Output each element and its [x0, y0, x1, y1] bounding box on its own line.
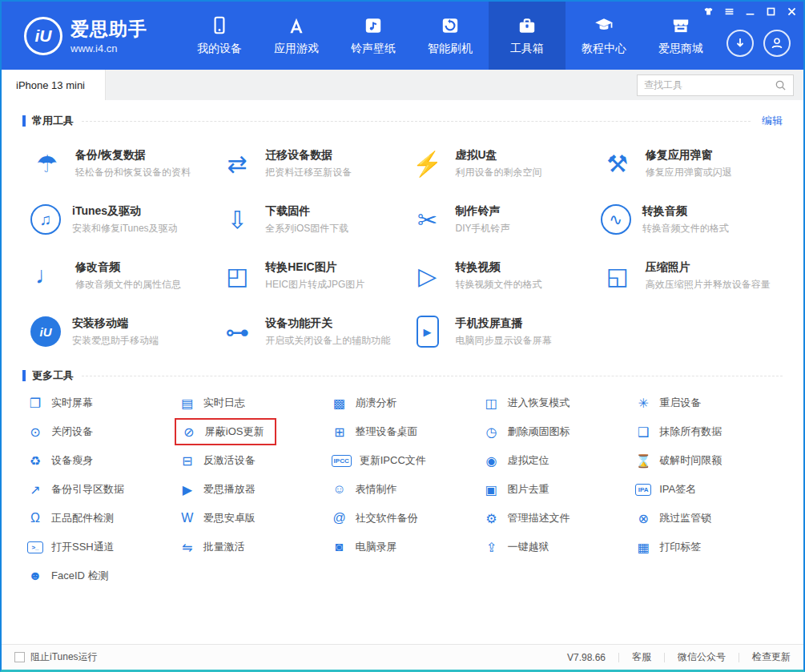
more-i4-android[interactable]: W 爱思安卓版 — [175, 504, 327, 533]
more-delete-stubborn-icons-label: 删除顽固图标 — [507, 425, 570, 439]
audio-file-icon: ♩ — [30, 259, 64, 292]
more-open-ssh[interactable]: >_ 打开SSH通道 — [22, 533, 175, 561]
maximize-icon[interactable] — [765, 6, 776, 17]
nav-smart-flash[interactable]: 智能刷机 — [412, 2, 489, 70]
more-live-log[interactable]: ▤ 实时日志 — [175, 388, 327, 417]
common-tools-grid: ☂ 备份/恢复数据 轻松备份和恢复设备的资料 ⇄ 迁移设备数据 把资料迁移至新设… — [22, 135, 783, 360]
more-restart-device[interactable]: ✳ 重启设备 — [630, 388, 783, 417]
tab-device-iphone-13-mini[interactable]: iPhone 13 mini — [2, 70, 106, 100]
usb-flash-icon: ⚡ — [411, 147, 445, 180]
smiley-icon: ☺ — [332, 481, 348, 497]
more-organize-desktop[interactable]: ⊞ 整理设备桌面 — [327, 417, 479, 446]
broom-icon: ♻ — [27, 453, 43, 469]
tool-itunes-driver[interactable]: ♫ iTunes及驱动 安装和修复iTunes及驱动 — [22, 191, 212, 247]
nav-toolbox[interactable]: 工具箱 — [489, 2, 566, 70]
tool-migrate-data[interactable]: ⇄ 迁移设备数据 把资料迁移至新设备 — [212, 135, 402, 191]
search-icon[interactable] — [775, 79, 787, 91]
tool-fix-app-popup-title: 修复应用弹窗 — [646, 148, 732, 163]
tool-backup-restore-title: 备份/恢复数据 — [75, 148, 191, 163]
tool-fix-app-popup[interactable]: ⚒ 修复应用弹窗 修复应用弹窗或闪退 — [593, 135, 783, 191]
nav-tutorials[interactable]: 教程中心 — [566, 2, 642, 70]
more-virtual-location[interactable]: ◉ 虚拟定位 — [478, 446, 630, 475]
tool-virtual-usb-title: 虚拟U盘 — [456, 148, 542, 163]
more-batch-activate[interactable]: ⇋ 批量激活 — [175, 533, 327, 561]
more-faceid-check[interactable]: ☻ FaceID 检测 — [22, 561, 175, 590]
more-i4-player[interactable]: ▶ 爱思播放器 — [175, 475, 327, 504]
more-pc-screen-record[interactable]: ◙ 电脑录屏 — [327, 533, 479, 561]
nav-toolbox-label: 工具箱 — [510, 42, 544, 56]
more-update-ipcc[interactable]: IPCC 更新IPCC文件 — [327, 446, 479, 475]
minimize-icon[interactable] — [744, 6, 755, 17]
search-input[interactable] — [644, 79, 775, 91]
tool-device-switches[interactable]: ⊶ 设备功能开关 开启或关闭设备上的辅助功能 — [212, 304, 402, 360]
more-image-dedup[interactable]: ▣ 图片去重 — [478, 475, 630, 504]
more-crash-analysis[interactable]: ▩ 崩溃分析 — [327, 388, 479, 417]
more-deactivate-device[interactable]: ⊟ 反激活设备 — [175, 446, 327, 475]
more-social-backup[interactable]: @ 社交软件备份 — [327, 504, 479, 533]
my-device-icon — [209, 15, 230, 36]
block-itunes-option[interactable]: 阻止iTunes运行 — [14, 650, 98, 664]
more-ipa-sign[interactable]: IPA IPA签名 — [630, 475, 783, 504]
umbrella-backup-icon: ☂ — [30, 147, 64, 180]
more-skip-mdm[interactable]: ⊗ 跳过监管锁 — [630, 504, 783, 533]
link-wechat[interactable]: 微信公众号 — [678, 650, 726, 664]
link-support[interactable]: 客服 — [632, 650, 651, 664]
more-block-ios-update[interactable]: ⊘ 屏蔽iOS更新 — [175, 417, 327, 446]
nav-apps-games[interactable]: 应用游戏 — [258, 2, 335, 70]
menu-icon[interactable] — [723, 6, 735, 17]
link-check-update[interactable]: 检查更新 — [752, 650, 791, 664]
wrench-window-icon: ⚒ — [601, 147, 634, 180]
record-camera-icon: ◙ — [332, 539, 348, 555]
theme-skin-icon[interactable] — [702, 6, 714, 17]
user-account-button[interactable] — [763, 30, 791, 57]
tool-backup-restore[interactable]: ☂ 备份/恢复数据 轻松备份和恢复设备的资料 — [22, 135, 212, 191]
more-recovery-mode[interactable]: ◫ 进入恢复模式 — [478, 388, 630, 417]
more-open-ssh-label: 打开SSH通道 — [51, 540, 115, 554]
more-erase-all-data[interactable]: ❑ 抹除所有数据 — [630, 417, 783, 446]
smart-flash-icon — [440, 15, 461, 36]
screen-mirror-icon: ▶ — [417, 316, 439, 348]
tool-migrate-data-desc: 把资料迁移至新设备 — [265, 166, 352, 179]
close-icon[interactable] — [786, 6, 797, 17]
more-shutdown-device[interactable]: ⊙ 关闭设备 — [22, 417, 175, 446]
i4-mobile-icon: iU — [30, 316, 61, 347]
more-accessory-check[interactable]: Ω 正品配件检测 — [22, 504, 175, 533]
more-restart-device-label: 重启设备 — [659, 396, 701, 410]
tool-compress-photos[interactable]: ◱ 压缩照片 高效压缩照片并释放设备容量 — [593, 247, 783, 304]
edit-link[interactable]: 编辑 — [762, 114, 783, 128]
tool-make-ringtone[interactable]: ✂ 制作铃声 DIY手机铃声 — [403, 191, 593, 247]
audio-wave-icon: ∿ — [601, 204, 631, 235]
more-live-screen[interactable]: ❐ 实时屏幕 — [22, 388, 175, 417]
app-logo[interactable]: iU 爱思助手 www.i4.cn — [24, 17, 147, 55]
tool-screen-mirror[interactable]: ▶ 手机投屏直播 电脑同步显示设备屏幕 — [403, 304, 593, 360]
more-delete-stubborn-icons[interactable]: ◷ 删除顽固图标 — [478, 417, 630, 446]
more-backup-boot-data[interactable]: ↗ 备份引导区数据 — [22, 475, 175, 504]
tool-screen-mirror-title: 手机投屏直播 — [456, 316, 552, 331]
footer-separator — [618, 653, 619, 662]
more-manage-profiles[interactable]: ⚙ 管理描述文件 — [478, 504, 630, 533]
tool-convert-audio[interactable]: ∿ 转换音频 转换音频文件的格式 — [593, 191, 783, 247]
block-itunes-checkbox[interactable] — [14, 652, 25, 662]
section-common-title: 常用工具 — [32, 114, 74, 128]
more-crack-time-limit[interactable]: ⌛ 破解时间限额 — [630, 446, 783, 475]
more-jailbreak[interactable]: ⇪ 一键越狱 — [478, 533, 630, 561]
tool-edit-audio[interactable]: ♩ 修改音频 修改音频文件的属性信息 — [22, 247, 212, 304]
more-emoji-maker[interactable]: ☺ 表情制作 — [327, 475, 479, 504]
footer-links: V7.98.66 客服微信公众号检查更新 — [567, 650, 791, 664]
more-emoji-maker-label: 表情制作 — [356, 482, 397, 497]
nav-ringtones-wallpapers-label: 铃声壁纸 — [351, 42, 396, 56]
more-device-slimming[interactable]: ♻ 设备瘦身 — [22, 446, 175, 475]
ringtone-wallpaper-icon — [363, 15, 384, 36]
more-accessory-check-label: 正品配件检测 — [51, 511, 114, 525]
tool-convert-video[interactable]: ▷ 转换视频 转换视频文件的格式 — [403, 247, 593, 304]
jailbreak-lock-icon: ⇪ — [483, 539, 499, 555]
download-manager-button[interactable] — [727, 30, 754, 57]
tool-convert-heic[interactable]: ◰ 转换HEIC图片 HEIC图片转成JPG图片 — [212, 247, 402, 304]
tool-install-mobile[interactable]: iU 安装移动端 安装爱思助手移动端 — [22, 304, 212, 360]
app-games-icon — [286, 15, 307, 36]
nav-ringtones-wallpapers[interactable]: 铃声壁纸 — [335, 2, 412, 70]
nav-my-devices[interactable]: 我的设备 — [181, 2, 258, 70]
more-print-label[interactable]: ▦ 打印标签 — [630, 533, 783, 561]
tool-virtual-usb[interactable]: ⚡ 虚拟U盘 利用设备的剩余空间 — [403, 135, 593, 191]
tool-download-firmware[interactable]: ⇩ 下载固件 全系列iOS固件下载 — [212, 191, 402, 247]
